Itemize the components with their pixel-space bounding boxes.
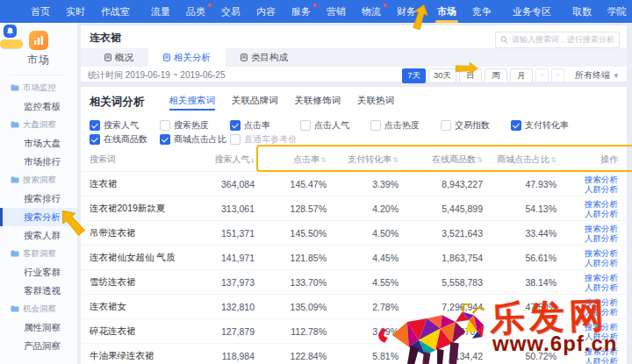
metric-checkbox-交易指数[interactable]: 交易指数 (441, 119, 511, 132)
tab-0[interactable]: 概况 (90, 48, 148, 67)
nav-item-6[interactable]: 内容 (248, 0, 284, 23)
metric-checkbox-点击热度[interactable]: 点击热度 (370, 119, 441, 132)
sub-tab-1[interactable]: 关联品牌词 (232, 95, 278, 110)
sidebar-item-3-0[interactable]: 行业客群 (0, 263, 77, 282)
tab-1[interactable]: 相关分析 (148, 48, 226, 67)
cell-mall_click: 47.93% (483, 179, 557, 189)
checkbox-icon[interactable] (511, 120, 521, 131)
metric-checkbox-点击人气[interactable]: 点击人气 (300, 119, 370, 132)
nav-item-13[interactable]: 业务专区 (505, 0, 559, 23)
nav-item-market-active[interactable]: 市场 (429, 0, 464, 23)
sidebar-item-4-1[interactable]: 产品洞察 (0, 337, 77, 355)
sidebar-item-search-analysis-active[interactable]: 搜索分析 (0, 208, 77, 226)
range-button-3[interactable]: 周 (485, 68, 507, 83)
nav-item-3[interactable]: 流量 (143, 0, 178, 23)
sub-tab-2[interactable]: 关联修饰词 (295, 95, 341, 110)
nav-item-4[interactable]: 品类 (178, 0, 213, 23)
action-link-crowd-analysis[interactable]: 人群分析 (557, 258, 618, 268)
metric-checkbox-点击率[interactable]: 点击率 (230, 119, 300, 132)
metric-label: 点击热度 (384, 119, 420, 132)
search-icon (500, 36, 508, 44)
action-link-crowd-analysis[interactable]: 人群分析 (557, 209, 618, 218)
nav-item-12[interactable]: 竞争 (464, 0, 499, 23)
sidebar-item-4-0[interactable]: 属性洞察 (0, 318, 77, 337)
metric-checkbox-商城点击占比[interactable]: 商城点击占比 (160, 133, 230, 146)
sidebar-group-header: 机会洞察 (0, 300, 77, 318)
action-link-crowd-analysis[interactable]: 人群分析 (557, 184, 618, 194)
prev-page-button[interactable]: ‹ (535, 68, 549, 83)
sort-toggle-icon[interactable]: ⇅ (392, 156, 399, 164)
cell-online_items: 5,445,899 (399, 203, 483, 214)
range-button-0[interactable]: 7天 (402, 68, 426, 83)
nav-item-10[interactable]: 财务 (389, 0, 424, 23)
checkbox-icon[interactable] (230, 120, 241, 131)
nav-item-9[interactable]: 物流 (354, 0, 389, 23)
range-button-2[interactable]: 日 (459, 68, 482, 83)
checkbox-icon[interactable] (230, 134, 241, 145)
action-link-search-analysis[interactable]: 搜索分析 (557, 199, 618, 209)
range-button-4[interactable]: 月 (510, 68, 533, 83)
action-link-crowd-analysis[interactable]: 人群分析 (557, 282, 618, 292)
metric-checkbox-支付转化率[interactable]: 支付转化率 (511, 119, 581, 132)
terminal-filter-dropdown[interactable]: 所有终端 ▼ (575, 69, 620, 82)
metric-checkbox-在线商品数[interactable]: 在线商品数 (90, 133, 160, 146)
sidebar-item-1-1[interactable]: 市场排行 (0, 153, 77, 171)
sidebar-item-2-2[interactable]: 搜索人群 (0, 226, 77, 245)
assistant-widget[interactable] (2, 25, 25, 48)
nav-item-7[interactable]: 服务 (284, 0, 319, 23)
sidebar-item-0-0[interactable]: 监控看板 (0, 97, 77, 116)
action-link-crowd-analysis[interactable]: 人群分析 (557, 332, 618, 341)
cell-mall_click: 54.13% (483, 203, 557, 214)
cell-online_items: 3,521,643 (399, 228, 483, 239)
nav-item-5[interactable]: 交易 (213, 0, 248, 23)
sidebar-group-label: 大盘洞察 (23, 119, 56, 131)
checkbox-icon[interactable] (370, 120, 381, 131)
checkbox-icon[interactable] (160, 134, 170, 145)
cell-search_pop: 132,810 (177, 302, 255, 312)
checkbox-icon[interactable] (441, 120, 451, 131)
action-link-search-analysis[interactable]: 搜索分析 (557, 224, 618, 233)
range-button-1[interactable]: 30天 (428, 68, 456, 83)
nav-item-8[interactable]: 营销 (319, 0, 354, 23)
action-link-search-analysis[interactable]: 搜索分析 (557, 175, 618, 184)
checkbox-icon[interactable] (300, 120, 311, 131)
sidebar-item-1-0[interactable]: 市场大盘 (0, 134, 77, 153)
sort-toggle-icon[interactable]: ⇅ (550, 156, 557, 164)
nav-item-0[interactable]: 首页 (23, 0, 58, 23)
sub-tab-0[interactable]: 相关搜索词 (169, 95, 216, 110)
action-link-search-analysis[interactable]: 搜索分析 (557, 273, 618, 282)
notification-bell-icon[interactable] (4, 25, 17, 38)
metric-checkbox-搜索人气[interactable]: 搜索人气 (90, 119, 160, 132)
action-link-crowd-analysis[interactable]: 人群分析 (557, 233, 618, 243)
action-link-search-analysis[interactable]: 搜索分析 (557, 297, 618, 307)
action-link-search-analysis[interactable]: 搜索分析 (557, 322, 618, 332)
checkbox-icon[interactable] (90, 120, 100, 131)
action-link-crowd-analysis[interactable]: 人群分析 (557, 307, 618, 317)
tab-doc-icon (241, 54, 248, 61)
sort-toggle-icon[interactable]: ⇅ (320, 156, 327, 164)
cell-online_items: 5,558,783 (399, 277, 483, 288)
action-link-search-analysis[interactable]: 搜索分析 (557, 346, 618, 356)
sidebar-item-2-0[interactable]: 搜索排行 (0, 189, 77, 208)
checkbox-icon[interactable] (160, 120, 170, 131)
column-header-1: 搜索人气↓ (177, 153, 255, 166)
nav-item-2[interactable]: 作战室 (93, 0, 138, 23)
nav-item-1[interactable]: 实时 (58, 0, 93, 23)
nav-item-14[interactable]: 取数 (564, 0, 600, 23)
tab-2[interactable]: 类目构成 (226, 48, 303, 67)
metric-checkbox-直通车参考价[interactable]: 直通车参考价 (230, 133, 300, 146)
next-page-button[interactable]: › (551, 68, 564, 83)
row-actions: 搜索分析人群分析 (557, 224, 618, 243)
action-link-search-analysis[interactable]: 搜索分析 (557, 248, 618, 258)
search-input[interactable]: 请输入搜索词，进行搜索分析 (495, 32, 620, 48)
sidebar-item-3-1[interactable]: 客群透视 (0, 282, 77, 300)
checkbox-icon[interactable] (90, 134, 100, 145)
action-link-crowd-analysis[interactable]: 人群分析 (557, 356, 618, 364)
sub-tab-3[interactable]: 关联热词 (357, 95, 394, 110)
metric-checkbox-搜索热度[interactable]: 搜索热度 (160, 119, 230, 132)
sort-toggle-icon[interactable]: ⇅ (477, 156, 483, 164)
cell-pay_conv: 4.50% (327, 228, 399, 239)
cell-mall_click: 56.61% (483, 253, 557, 263)
nav-item-15[interactable]: 学院 (600, 0, 632, 23)
table-row: 连衣裙女132,810135.09%2.78%7,296,94447.50%搜索… (81, 294, 627, 318)
